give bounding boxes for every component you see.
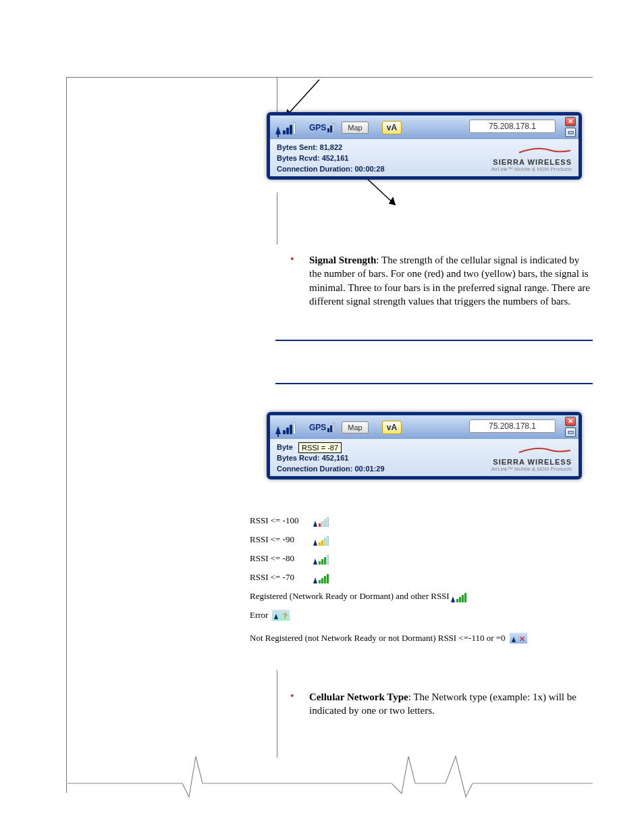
gps-label: GPS xyxy=(309,123,326,132)
signal-2bar-icon xyxy=(313,533,333,546)
brand-block: SIERRA WIRELESS AirLink™ Mobile & M2M Pr… xyxy=(491,442,572,475)
bytes-sent-label: Bytes Sent: 81,822 xyxy=(277,142,385,153)
va-badge: vA xyxy=(382,121,402,134)
rssi-registered-label: Registered (Network Ready or Dormant) an… xyxy=(250,591,450,602)
bullet-network-type: • Cellular Network Type: The Network typ… xyxy=(290,690,593,718)
bytes-rcvd-label: Bytes Rcvd: 452,161 xyxy=(277,153,385,163)
bytes-rcvd-label: Bytes Rcvd: 452,161 xyxy=(277,452,385,463)
ip-address-display: 75.208.178.1 xyxy=(469,120,556,133)
bullet-signal-strength: • Signal Strength: The strength of the c… xyxy=(290,253,593,308)
brand-name: SIERRA WIRELESS xyxy=(491,458,572,466)
connection-duration-label: Connection Duration: 00:00:28 xyxy=(277,163,385,174)
bullet-icon: • xyxy=(290,690,294,702)
gps-signal-icon xyxy=(327,423,335,432)
signal-strength-icon xyxy=(275,421,296,434)
vertical-rule xyxy=(277,670,277,758)
bytes-sent-prefix: Byte xyxy=(277,443,293,451)
panel-top-bar: GPS Map vA 75.208.178.1 ✕ ▭ xyxy=(270,115,579,139)
rssi-threshold-list: RSSI <= -100 RSSI <= -90 RSSI <= -80 RSS… xyxy=(250,511,527,648)
bullet-icon: • xyxy=(290,253,294,265)
panel-status-area: Bytes Sent: 81,822 Bytes Rcvd: 452,161 C… xyxy=(270,139,579,176)
ecg-waveform-decoration xyxy=(68,750,593,804)
map-button[interactable]: Map xyxy=(342,421,368,434)
brand-subtitle: AirLink™ Mobile & M2M Products xyxy=(491,166,572,172)
signal-error-icon: ? xyxy=(272,610,290,621)
panel-top-bar: GPS Map vA 75.208.178.1 ✕ ▭ xyxy=(270,415,579,439)
brand-name: SIERRA WIRELESS xyxy=(491,158,572,166)
close-button[interactable]: ✕ xyxy=(565,117,576,126)
gps-label: GPS xyxy=(309,423,326,432)
brand-block: SIERRA WIRELESS AirLink™ Mobile & M2M Pr… xyxy=(491,142,572,175)
ip-address-display: 75.208.178.1 xyxy=(469,419,556,433)
rssi-100-label: RSSI <= -100 xyxy=(250,515,312,526)
bullet-title: Signal Strength xyxy=(309,255,376,265)
watcher-panel-b: GPS Map vA 75.208.178.1 ✕ ▭ ByteRSSI = -… xyxy=(267,412,582,479)
rssi-80-label: RSSI <= -80 xyxy=(250,553,312,564)
signal-full-icon xyxy=(451,590,471,602)
signal-1bar-icon xyxy=(313,515,333,527)
connection-duration-label: Connection Duration: 00:01:29 xyxy=(277,463,385,474)
bullet-title: Cellular Network Type xyxy=(309,692,408,702)
gps-signal-icon xyxy=(327,123,335,132)
va-badge: vA xyxy=(382,421,402,434)
rssi-tooltip: RSSI = -87 xyxy=(298,442,342,453)
rssi-70-label: RSSI <= -70 xyxy=(250,572,312,583)
sierra-swoosh-icon xyxy=(518,147,572,154)
panel-status-area: ByteRSSI = -8706 Bytes Rcvd: 452,161 Con… xyxy=(270,439,579,476)
horizontal-rule xyxy=(275,383,593,384)
signal-4bar-icon xyxy=(313,571,333,583)
signal-3bar-icon xyxy=(313,552,333,565)
rssi-90-label: RSSI <= -90 xyxy=(250,534,312,545)
svg-line-0 xyxy=(286,80,319,117)
svg-marker-3 xyxy=(390,198,395,205)
signal-strength-icon xyxy=(275,121,296,134)
signal-unregistered-icon: ✕ xyxy=(510,633,527,644)
brand-subtitle: AirLink™ Mobile & M2M Products xyxy=(491,466,572,472)
horizontal-rule xyxy=(275,340,593,341)
minimize-button[interactable]: ▭ xyxy=(565,128,576,137)
watcher-panel-a: GPS Map vA 75.208.178.1 ✕ ▭ Bytes Sent: … xyxy=(267,112,582,180)
vertical-rule xyxy=(277,192,277,244)
sierra-swoosh-icon xyxy=(518,447,572,454)
rssi-error-label: Error xyxy=(250,610,268,621)
close-button[interactable]: ✕ xyxy=(565,417,576,426)
map-button[interactable]: Map xyxy=(342,122,368,134)
rssi-notregistered-label: Not Registered (not Network Ready or not… xyxy=(250,633,506,644)
minimize-button[interactable]: ▭ xyxy=(565,427,576,437)
